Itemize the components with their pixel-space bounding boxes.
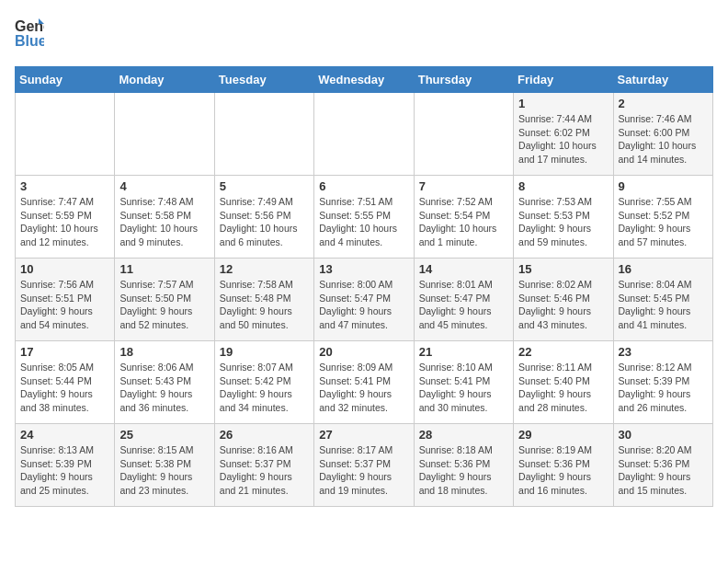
calendar-week-2: 3Sunrise: 7:47 AM Sunset: 5:59 PM Daylig… bbox=[16, 176, 713, 259]
day-header-friday: Friday bbox=[514, 67, 613, 93]
calendar-week-5: 24Sunrise: 8:13 AM Sunset: 5:39 PM Dayli… bbox=[16, 424, 713, 507]
calendar-cell: 2Sunrise: 7:46 AM Sunset: 6:00 PM Daylig… bbox=[613, 93, 712, 176]
day-info: Sunrise: 8:06 AM Sunset: 5:43 PM Dayligh… bbox=[119, 361, 209, 415]
logo: General Blue bbox=[15, 15, 44, 55]
day-info: Sunrise: 8:05 AM Sunset: 5:44 PM Dayligh… bbox=[20, 361, 109, 415]
day-number: 20 bbox=[319, 345, 408, 359]
day-number: 11 bbox=[119, 262, 209, 276]
day-info: Sunrise: 8:04 AM Sunset: 5:45 PM Dayligh… bbox=[619, 278, 708, 332]
page-header: General Blue bbox=[15, 15, 713, 55]
day-number: 7 bbox=[419, 179, 508, 193]
day-info: Sunrise: 8:18 AM Sunset: 5:36 PM Dayligh… bbox=[419, 443, 508, 498]
calendar-table: SundayMondayTuesdayWednesdayThursdayFrid… bbox=[15, 66, 713, 507]
calendar-week-4: 17Sunrise: 8:05 AM Sunset: 5:44 PM Dayli… bbox=[16, 341, 713, 424]
day-info: Sunrise: 7:58 AM Sunset: 5:48 PM Dayligh… bbox=[220, 278, 309, 332]
day-info: Sunrise: 7:53 AM Sunset: 5:53 PM Dayligh… bbox=[518, 195, 608, 249]
calendar-cell: 4Sunrise: 7:48 AM Sunset: 5:58 PM Daylig… bbox=[115, 176, 214, 259]
calendar-cell: 19Sunrise: 8:07 AM Sunset: 5:42 PM Dayli… bbox=[214, 341, 313, 424]
calendar-week-1: 1Sunrise: 7:44 AM Sunset: 6:02 PM Daylig… bbox=[16, 93, 713, 176]
calendar-cell: 5Sunrise: 7:49 AM Sunset: 5:56 PM Daylig… bbox=[214, 176, 313, 259]
day-info: Sunrise: 7:56 AM Sunset: 5:51 PM Dayligh… bbox=[20, 278, 109, 332]
day-number: 21 bbox=[419, 345, 508, 359]
day-header-tuesday: Tuesday bbox=[214, 67, 313, 93]
day-info: Sunrise: 8:10 AM Sunset: 5:41 PM Dayligh… bbox=[419, 361, 508, 415]
day-number: 13 bbox=[319, 262, 408, 276]
calendar-cell bbox=[16, 93, 115, 176]
day-number: 26 bbox=[220, 428, 309, 442]
calendar-cell: 17Sunrise: 8:05 AM Sunset: 5:44 PM Dayli… bbox=[16, 341, 115, 424]
day-info: Sunrise: 8:19 AM Sunset: 5:36 PM Dayligh… bbox=[518, 443, 608, 498]
day-info: Sunrise: 7:49 AM Sunset: 5:56 PM Dayligh… bbox=[220, 195, 309, 249]
calendar-cell: 28Sunrise: 8:18 AM Sunset: 5:36 PM Dayli… bbox=[414, 424, 513, 507]
day-info: Sunrise: 7:57 AM Sunset: 5:50 PM Dayligh… bbox=[119, 278, 209, 332]
calendar-cell: 13Sunrise: 8:00 AM Sunset: 5:47 PM Dayli… bbox=[314, 259, 414, 341]
day-number: 19 bbox=[220, 345, 309, 359]
day-number: 10 bbox=[20, 262, 109, 276]
calendar-header-row: SundayMondayTuesdayWednesdayThursdayFrid… bbox=[16, 67, 713, 93]
day-number: 15 bbox=[518, 262, 608, 276]
calendar-cell: 15Sunrise: 8:02 AM Sunset: 5:46 PM Dayli… bbox=[514, 259, 613, 341]
day-info: Sunrise: 8:17 AM Sunset: 5:37 PM Dayligh… bbox=[319, 443, 408, 498]
day-number: 12 bbox=[220, 262, 309, 276]
calendar-cell: 10Sunrise: 7:56 AM Sunset: 5:51 PM Dayli… bbox=[16, 259, 115, 341]
day-info: Sunrise: 7:51 AM Sunset: 5:55 PM Dayligh… bbox=[319, 195, 408, 249]
day-number: 9 bbox=[619, 179, 708, 193]
day-info: Sunrise: 8:09 AM Sunset: 5:41 PM Dayligh… bbox=[319, 361, 408, 415]
day-number: 27 bbox=[319, 428, 408, 442]
day-info: Sunrise: 8:00 AM Sunset: 5:47 PM Dayligh… bbox=[319, 278, 408, 332]
day-info: Sunrise: 7:48 AM Sunset: 5:58 PM Dayligh… bbox=[119, 195, 209, 249]
day-info: Sunrise: 8:20 AM Sunset: 5:36 PM Dayligh… bbox=[619, 443, 708, 498]
calendar-cell: 30Sunrise: 8:20 AM Sunset: 5:36 PM Dayli… bbox=[613, 424, 712, 507]
calendar-cell: 18Sunrise: 8:06 AM Sunset: 5:43 PM Dayli… bbox=[115, 341, 214, 424]
day-number: 18 bbox=[119, 345, 209, 359]
calendar-cell: 27Sunrise: 8:17 AM Sunset: 5:37 PM Dayli… bbox=[314, 424, 414, 507]
day-info: Sunrise: 7:47 AM Sunset: 5:59 PM Dayligh… bbox=[20, 195, 109, 249]
day-number: 2 bbox=[619, 97, 708, 110]
day-info: Sunrise: 8:12 AM Sunset: 5:39 PM Dayligh… bbox=[619, 361, 708, 415]
calendar-cell: 21Sunrise: 8:10 AM Sunset: 5:41 PM Dayli… bbox=[414, 341, 513, 424]
day-info: Sunrise: 8:07 AM Sunset: 5:42 PM Dayligh… bbox=[220, 361, 309, 415]
calendar-cell: 6Sunrise: 7:51 AM Sunset: 5:55 PM Daylig… bbox=[314, 176, 414, 259]
calendar-cell: 29Sunrise: 8:19 AM Sunset: 5:36 PM Dayli… bbox=[514, 424, 613, 507]
day-number: 1 bbox=[518, 97, 608, 110]
calendar-cell: 12Sunrise: 7:58 AM Sunset: 5:48 PM Dayli… bbox=[214, 259, 313, 341]
day-number: 3 bbox=[20, 179, 109, 193]
calendar-cell: 11Sunrise: 7:57 AM Sunset: 5:50 PM Dayli… bbox=[115, 259, 214, 341]
day-number: 16 bbox=[619, 262, 708, 276]
day-number: 29 bbox=[518, 428, 608, 442]
day-info: Sunrise: 8:16 AM Sunset: 5:37 PM Dayligh… bbox=[220, 443, 309, 498]
day-info: Sunrise: 8:01 AM Sunset: 5:47 PM Dayligh… bbox=[419, 278, 508, 332]
calendar-cell: 23Sunrise: 8:12 AM Sunset: 5:39 PM Dayli… bbox=[613, 341, 712, 424]
day-number: 14 bbox=[419, 262, 508, 276]
day-header-saturday: Saturday bbox=[613, 67, 712, 93]
day-number: 24 bbox=[20, 428, 109, 442]
day-number: 22 bbox=[518, 345, 608, 359]
calendar-cell: 3Sunrise: 7:47 AM Sunset: 5:59 PM Daylig… bbox=[16, 176, 115, 259]
calendar-cell: 8Sunrise: 7:53 AM Sunset: 5:53 PM Daylig… bbox=[514, 176, 613, 259]
day-info: Sunrise: 8:02 AM Sunset: 5:46 PM Dayligh… bbox=[518, 278, 608, 332]
day-header-monday: Monday bbox=[115, 67, 214, 93]
day-info: Sunrise: 7:44 AM Sunset: 6:02 PM Dayligh… bbox=[518, 112, 608, 167]
calendar-cell bbox=[414, 93, 513, 176]
calendar-cell: 1Sunrise: 7:44 AM Sunset: 6:02 PM Daylig… bbox=[514, 93, 613, 176]
calendar-cell: 9Sunrise: 7:55 AM Sunset: 5:52 PM Daylig… bbox=[613, 176, 712, 259]
day-number: 25 bbox=[119, 428, 209, 442]
day-number: 5 bbox=[220, 179, 309, 193]
day-info: Sunrise: 7:46 AM Sunset: 6:00 PM Dayligh… bbox=[619, 112, 708, 167]
day-number: 23 bbox=[619, 345, 708, 359]
day-header-sunday: Sunday bbox=[16, 67, 115, 93]
day-info: Sunrise: 7:52 AM Sunset: 5:54 PM Dayligh… bbox=[419, 195, 508, 249]
calendar-week-3: 10Sunrise: 7:56 AM Sunset: 5:51 PM Dayli… bbox=[16, 259, 713, 341]
day-number: 8 bbox=[518, 179, 608, 193]
calendar-cell: 7Sunrise: 7:52 AM Sunset: 5:54 PM Daylig… bbox=[414, 176, 513, 259]
logo-icon: General Blue bbox=[15, 15, 44, 55]
day-number: 6 bbox=[319, 179, 408, 193]
day-header-thursday: Thursday bbox=[414, 67, 513, 93]
calendar-cell: 20Sunrise: 8:09 AM Sunset: 5:41 PM Dayli… bbox=[314, 341, 414, 424]
day-info: Sunrise: 8:15 AM Sunset: 5:38 PM Dayligh… bbox=[119, 443, 209, 498]
day-info: Sunrise: 7:55 AM Sunset: 5:52 PM Dayligh… bbox=[619, 195, 708, 249]
day-number: 17 bbox=[20, 345, 109, 359]
calendar-cell: 22Sunrise: 8:11 AM Sunset: 5:40 PM Dayli… bbox=[514, 341, 613, 424]
calendar-cell bbox=[115, 93, 214, 176]
calendar-cell bbox=[214, 93, 313, 176]
